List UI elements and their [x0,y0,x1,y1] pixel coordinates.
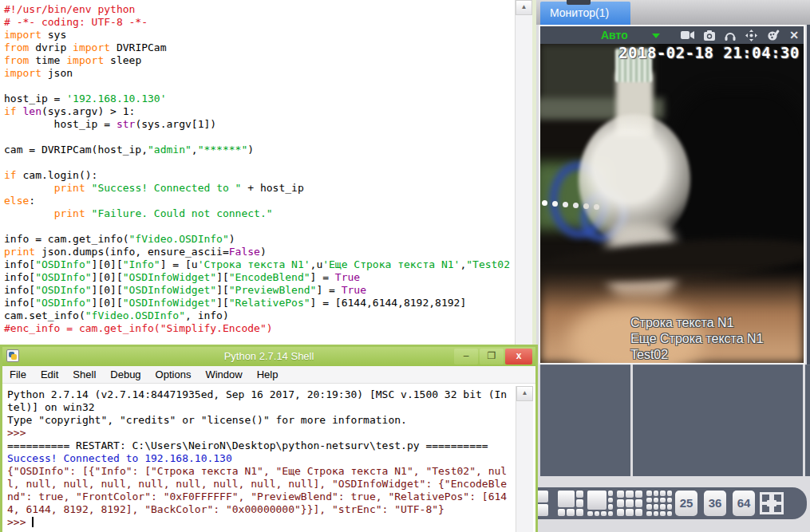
code-line: info["OSDInfo"][0]["Info"] = [u'Строка т… [4,258,516,271]
color-palette-icon[interactable] [767,30,780,41]
shell-line: Type "copyright", "credits" or "license(… [7,414,516,427]
shell-output[interactable]: Python 2.7.14 (v2.7.14:84471935ed, Sep 1… [2,386,516,532]
code-line: info["OSDInfo"][0]["OSDInfoWidget"]["Enc… [4,271,516,284]
shell-line: >>> [7,516,516,529]
menu-item-edit[interactable]: Edit [34,366,65,383]
video-cell-partial [807,25,810,365]
code-line: import json [4,67,516,80]
code-line: if len(sys.argv) > 1: [4,105,516,118]
layout-split-8-button[interactable] [587,491,613,516]
code-line: from time import sleep [4,54,516,67]
video-toolbar: Авто ✕ [540,26,804,44]
scroll-up-icon[interactable]: ▲ [516,386,533,401]
layout-split-6-button[interactable] [558,491,583,516]
headphones-icon[interactable] [725,30,736,41]
menu-item-file[interactable]: File [2,366,34,383]
code-line: if cam.login(): [4,169,516,182]
scroll-up-icon[interactable]: ▲ [516,0,532,15]
layout-split-16-button[interactable] [646,491,672,516]
shell-line: Success! Connected to 192.168.10.130 [7,452,516,465]
code-line: cam = DVRIPCam(host_ip,"admin","******") [4,144,516,156]
code-line: cam.set_info("fVideo.OSDInfo", info) [4,309,516,322]
empty-video-cell[interactable] [540,365,630,476]
background-window-edge [567,0,591,5]
snapshot-icon[interactable] [704,30,715,41]
osd-line: Строка текста N1 [630,315,764,331]
menu-item-help[interactable]: Help [250,366,286,383]
shell-line: tel)] on win32 [7,401,516,414]
menu-item-window[interactable]: Window [198,366,249,383]
shell-line: l, null, null, null, null, null, null, n… [7,478,516,491]
empty-video-cell-partial [805,365,810,476]
code-line: info["OSDInfo"][0]["OSDInfoWidget"]["Rel… [4,297,516,309]
code-line: else: [4,195,516,207]
code-area[interactable]: #!/usr/bin/env python# -*- coding: UTF-8… [0,0,516,345]
code-line [4,80,516,93]
code-line: print json.dumps(info, ensure_ascii=Fals… [4,246,516,258]
empty-video-cell[interactable] [633,365,803,476]
idle-app-icon [6,349,19,362]
layout-64-button[interactable]: 64 [733,491,755,516]
text-cursor [32,517,34,527]
video-timestamp: 2018-02-18 21:04:30 [618,44,800,61]
code-line: # -*- coding: UTF-8 -*- [4,16,516,29]
shell-menubar: FileEditShellDebugOptionsWindowHelp [2,366,535,384]
menu-item-debug[interactable]: Debug [103,366,148,383]
video-osd-text: Строка текста N1Еще Строка текста N1Test… [630,315,764,363]
chevron-down-icon[interactable] [652,33,660,38]
code-editor-window: #!/usr/bin/env python# -*- coding: UTF-8… [0,0,536,345]
video-blur-shape [579,114,690,246]
code-line: print "Failure. Could not connect." [4,207,516,220]
layout-25-button[interactable]: 25 [675,491,697,516]
python-shell-window: Python 2.7.14 Shell – ❐ x FileEditShellD… [0,345,538,532]
menu-item-options[interactable]: Options [148,366,199,383]
monitor-panel: Монитор(1) Авто ✕ [536,0,810,532]
shell-line: Python 2.7.14 (v2.7.14:84471935ed, Sep 1… [7,388,516,401]
layout-toolbar: 25 36 64 [515,487,807,519]
code-line: info["OSDInfo"][0]["OSDInfoWidget"]["Pre… [4,284,516,297]
code-editor-scrollbar[interactable]: ▲ [515,0,532,345]
code-line: #enc_info = cam.get_info("Simplify.Encod… [4,322,516,335]
code-line [4,131,516,144]
code-line: host_ip = str(sys.argv[1]) [4,118,516,131]
code-line: print "Success! Connected to " + host_ip [4,182,516,195]
video-frame[interactable]: 2018-02-18 21:04:30 Строка текста N1Еще … [540,44,804,363]
code-line: info = cam.get_info("fVideo.OSDInfo") [4,233,516,246]
osd-line: Test02 [630,347,764,363]
ptz-pan-icon[interactable] [745,30,757,41]
code-line: import sys [4,29,516,41]
layout-split-9-button[interactable] [617,491,642,516]
minimize-button[interactable]: – [454,349,478,365]
shell-titlebar[interactable]: Python 2.7.14 Shell – ❐ x [2,347,535,366]
close-icon[interactable]: ✕ [789,28,799,42]
code-line: from dvrip import DVRIPCam [4,41,516,54]
code-line [4,156,516,169]
maximize-button[interactable]: ❐ [480,349,504,365]
shell-line: 4, 6144, 8192, 8192], "BackColor": "0x00… [7,503,516,516]
video-blur-shape [542,200,547,206]
camcorder-icon[interactable] [681,30,694,40]
video-cell[interactable]: Авто ✕ [539,25,805,365]
shell-line: ========== RESTART: C:\Users\NeiroN\Desk… [7,439,516,452]
osd-line: Еще Строка текста N1 [630,331,764,347]
layout-36-button[interactable]: 36 [704,491,726,516]
menu-item-shell[interactable]: Shell [65,366,103,383]
shell-line: nd": true, "FrontColor": "0xF0FFFFFF", "… [7,491,516,503]
shell-scrollbar[interactable]: ▲ [516,386,533,532]
desktop: #!/usr/bin/env python# -*- coding: UTF-8… [0,0,810,532]
shell-line: {"OSDInfo": [{"Info": ["Строка текста N1… [7,465,516,478]
code-line [4,220,516,233]
close-button[interactable]: x [505,349,532,365]
fullscreen-icon[interactable] [760,491,784,516]
tab-monitor[interactable]: Монитор(1) [540,2,630,25]
code-line: host_ip = '192.168.10.130' [4,93,516,105]
code-line: #!/usr/bin/env python [4,3,516,16]
shell-line: >>> [7,427,516,439]
stream-mode-select[interactable]: Авто [601,29,628,41]
